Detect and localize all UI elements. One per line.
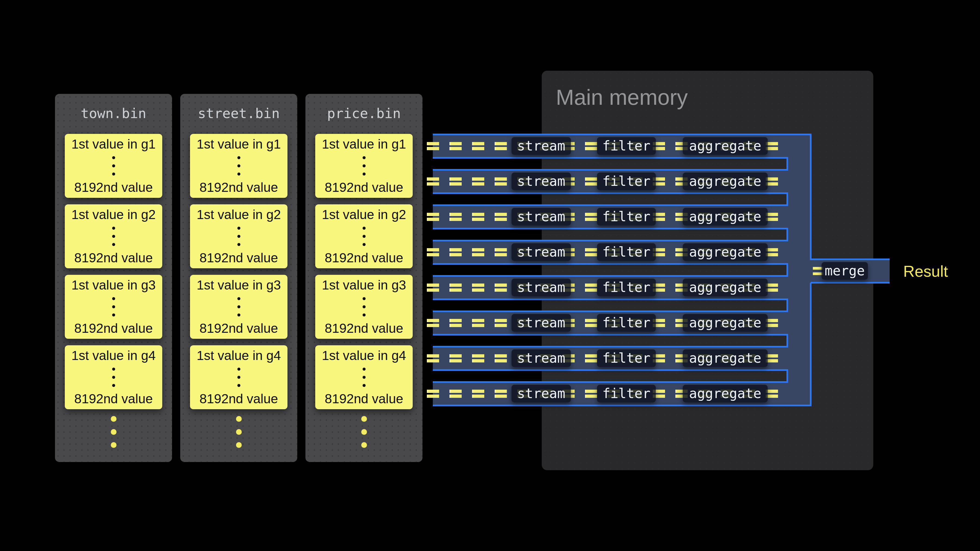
ellipsis-dot bbox=[237, 227, 240, 230]
card-last-line: 8192nd value bbox=[74, 392, 153, 406]
card-ellipsis-dots bbox=[237, 368, 240, 387]
ellipsis-dot bbox=[112, 297, 115, 300]
value-card: 1st value in g38192nd value bbox=[190, 275, 288, 339]
stage-label-aggregate: aggregate bbox=[683, 243, 768, 261]
ellipsis-dot bbox=[363, 313, 366, 316]
ellipsis-dot bbox=[363, 173, 366, 176]
file-column-town-bin: town.bin1st value in g18192nd value1st v… bbox=[55, 94, 172, 462]
stage-label-aggregate: aggregate bbox=[683, 208, 768, 225]
file-title: price.bin bbox=[305, 94, 423, 133]
ellipsis-dot bbox=[112, 313, 115, 316]
ellipsis-dot bbox=[363, 305, 366, 308]
ellipsis-dot bbox=[237, 313, 240, 316]
card-last-line: 8192nd value bbox=[74, 251, 153, 265]
value-card: 1st value in g48192nd value bbox=[190, 345, 288, 409]
column-ellipsis-dots bbox=[305, 416, 423, 448]
card-first-line: 1st value in g3 bbox=[197, 278, 281, 292]
ellipsis-dot bbox=[237, 243, 240, 246]
stage-label-aggregate: aggregate bbox=[683, 385, 768, 402]
column-ellipsis-dots bbox=[55, 416, 172, 448]
card-last-line: 8192nd value bbox=[325, 321, 403, 336]
stage-label-filter: filter bbox=[597, 349, 656, 367]
card-ellipsis-dots bbox=[237, 156, 240, 176]
card-last-line: 8192nd value bbox=[200, 251, 278, 265]
card-first-line: 1st value in g1 bbox=[71, 137, 156, 152]
stage-label-stream: stream bbox=[512, 243, 571, 261]
ellipsis-dot bbox=[112, 368, 115, 371]
file-title: town.bin bbox=[55, 94, 172, 133]
stage-label-filter: filter bbox=[597, 208, 656, 225]
card-ellipsis-dots bbox=[363, 368, 366, 387]
value-card: 1st value in g28192nd value bbox=[190, 204, 288, 268]
value-card: 1st value in g38192nd value bbox=[65, 275, 162, 339]
stage-label-stream: stream bbox=[512, 208, 571, 225]
ellipsis-dot bbox=[363, 235, 366, 238]
card-first-line: 1st value in g4 bbox=[71, 348, 156, 363]
card-ellipsis-dots bbox=[363, 156, 366, 176]
file-column-price-bin: price.bin1st value in g18192nd value1st … bbox=[305, 94, 423, 462]
card-ellipsis-dots bbox=[363, 227, 366, 246]
ellipsis-dot bbox=[363, 164, 366, 167]
stage-label-stream: stream bbox=[512, 279, 571, 296]
card-first-line: 1st value in g1 bbox=[197, 137, 281, 152]
ellipsis-dot bbox=[361, 429, 367, 435]
ellipsis-dot bbox=[236, 416, 242, 422]
card-first-line: 1st value in g2 bbox=[322, 207, 406, 222]
value-card: 1st value in g48192nd value bbox=[65, 345, 162, 409]
value-card: 1st value in g38192nd value bbox=[315, 275, 413, 339]
value-card: 1st value in g18192nd value bbox=[315, 134, 413, 198]
ellipsis-dot bbox=[237, 376, 240, 379]
ellipsis-dot bbox=[237, 235, 240, 238]
ellipsis-dot bbox=[236, 442, 242, 448]
ellipsis-dot bbox=[237, 164, 240, 167]
ellipsis-dot bbox=[363, 243, 366, 246]
ellipsis-dot bbox=[363, 227, 366, 230]
stage-label-aggregate: aggregate bbox=[683, 173, 768, 190]
card-first-line: 1st value in g4 bbox=[197, 348, 281, 363]
ellipsis-dot bbox=[363, 156, 366, 159]
stage-label-stream: stream bbox=[512, 173, 571, 190]
value-card: 1st value in g28192nd value bbox=[65, 204, 162, 268]
diagram-stage: town.bin1st value in g18192nd value1st v… bbox=[0, 0, 980, 551]
card-first-line: 1st value in g3 bbox=[71, 278, 156, 292]
ellipsis-dot bbox=[112, 243, 115, 246]
memory-title: Main memory bbox=[556, 86, 688, 109]
result-label: Result bbox=[903, 261, 948, 281]
ellipsis-dot bbox=[363, 297, 366, 300]
card-ellipsis-dots bbox=[112, 368, 115, 387]
ellipsis-dot bbox=[111, 429, 116, 435]
card-last-line: 8192nd value bbox=[325, 392, 403, 406]
ellipsis-dot bbox=[363, 376, 366, 379]
card-last-line: 8192nd value bbox=[200, 392, 278, 406]
ellipsis-dot bbox=[237, 368, 240, 371]
file-title: street.bin bbox=[180, 94, 297, 133]
ellipsis-dot bbox=[112, 156, 115, 159]
card-first-line: 1st value in g2 bbox=[71, 207, 156, 222]
ellipsis-dot bbox=[112, 384, 115, 387]
value-card: 1st value in g28192nd value bbox=[315, 204, 413, 268]
ellipsis-dot bbox=[363, 384, 366, 387]
stage-label-filter: filter bbox=[597, 137, 656, 155]
card-first-line: 1st value in g1 bbox=[322, 137, 406, 152]
stage-label-aggregate: aggregate bbox=[683, 349, 768, 367]
value-card: 1st value in g18192nd value bbox=[65, 134, 162, 198]
stage-label-aggregate: aggregate bbox=[683, 137, 768, 155]
stage-label-filter: filter bbox=[597, 385, 656, 402]
ellipsis-dot bbox=[112, 376, 115, 379]
column-ellipsis-dots bbox=[180, 416, 297, 448]
ellipsis-dot bbox=[111, 416, 116, 422]
ellipsis-dot bbox=[237, 297, 240, 300]
card-ellipsis-dots bbox=[112, 156, 115, 176]
ellipsis-dot bbox=[363, 368, 366, 371]
pipeline-comb-fill bbox=[433, 134, 889, 405]
stage-label-stream: stream bbox=[512, 349, 571, 367]
ellipsis-dot bbox=[361, 416, 367, 422]
merge-label: merge bbox=[822, 262, 868, 280]
card-ellipsis-dots bbox=[237, 297, 240, 316]
stage-label-aggregate: aggregate bbox=[683, 314, 768, 332]
card-last-line: 8192nd value bbox=[325, 251, 403, 265]
stage-label-stream: stream bbox=[512, 314, 571, 332]
ellipsis-dot bbox=[112, 227, 115, 230]
card-last-line: 8192nd value bbox=[200, 180, 278, 195]
value-card: 1st value in g48192nd value bbox=[315, 345, 413, 409]
